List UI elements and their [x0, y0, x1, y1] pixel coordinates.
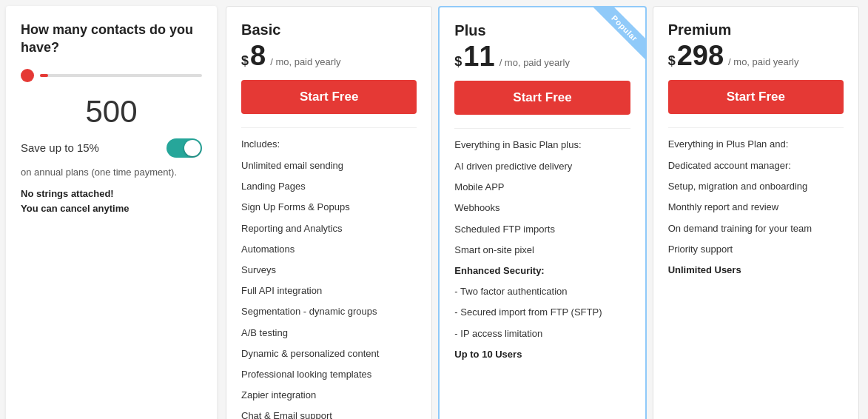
price-amount: 8	[250, 41, 266, 70]
left-panel: How many contacts do you have? 500 Save …	[6, 6, 217, 419]
feature-item: Monthly report and review	[668, 197, 844, 218]
price-amount: 298	[677, 41, 724, 70]
feature-item: Priority support	[668, 239, 844, 260]
feature-list-premium: Dedicated account manager:Setup, migrati…	[668, 155, 844, 281]
feature-item: Reporting and Analytics	[241, 218, 417, 239]
plan-card-basic: Basic $ 8 / mo, paid yearly Start Free I…	[226, 6, 432, 419]
feature-item: Scheduled FTP imports	[454, 219, 630, 240]
price-dollar: $	[454, 54, 462, 70]
feature-item: Zapier integration	[241, 385, 417, 406]
annual-toggle[interactable]	[166, 138, 202, 158]
feature-item: - Two factor authentication	[454, 281, 630, 302]
feature-item: - Secured import from FTP (SFTP)	[454, 302, 630, 323]
feature-item: On demand training for your team	[668, 218, 844, 239]
feature-item: A/B testing	[241, 323, 417, 343]
feature-item: Unlimited Users	[668, 260, 844, 281]
plan-card-plus: Popular Plus $ 11 / mo, paid yearly Star…	[438, 6, 646, 419]
feature-item: Surveys	[241, 260, 417, 281]
feature-item: Unlimited email sending	[241, 155, 417, 176]
no-strings: No strings attached! You can cancel anyt…	[21, 187, 202, 218]
feature-item: Enhanced Security:	[454, 261, 630, 281]
price-amount: 11	[463, 42, 494, 70]
plan-card-premium: Premium $ 298 / mo, paid yearly Start Fr…	[653, 6, 859, 419]
feature-item: Dynamic & personalized content	[241, 343, 417, 364]
price-period: / mo, paid yearly	[270, 56, 340, 67]
start-free-button-basic[interactable]: Start Free	[241, 80, 417, 114]
feature-item: Smart on-site pixel	[454, 240, 630, 261]
feature-item: Setup, migration and onboarding	[668, 176, 844, 197]
divider	[454, 128, 630, 129]
feature-item: Landing Pages	[241, 176, 417, 197]
feature-item: Full API integration	[241, 281, 417, 301]
save-row: Save up to 15%	[21, 138, 202, 158]
price-period: / mo, paid yearly	[499, 57, 570, 68]
feature-item: Sign Up Forms & Popups	[241, 197, 417, 218]
feature-item: Professional looking templates	[241, 364, 417, 385]
plan-name-premium: Premium	[668, 21, 844, 38]
includes-label-plus: Everything in Basic Plan plus:	[454, 139, 630, 150]
divider	[241, 127, 417, 128]
question-text: How many contacts do you have?	[21, 21, 202, 57]
pricing-area: Basic $ 8 / mo, paid yearly Start Free I…	[223, 0, 868, 419]
includes-label-basic: Includes:	[241, 138, 417, 150]
annual-note: on annual plans (one time payment).	[21, 167, 202, 178]
feature-list-plus: AI driven predictive deliveryMobile APPW…	[454, 156, 630, 365]
plan-price-plus: $ 11 / mo, paid yearly	[454, 42, 630, 70]
includes-label-premium: Everything in Plus Plan and:	[668, 138, 844, 150]
feature-item: Dedicated account manager:	[668, 155, 844, 176]
feature-item: AI driven predictive delivery	[454, 156, 630, 177]
feature-item: Segmentation - dynamic groups	[241, 301, 417, 322]
feature-item: Webhooks	[454, 198, 630, 218]
price-dollar: $	[668, 53, 676, 69]
feature-list-basic: Unlimited email sendingLanding PagesSign…	[241, 155, 417, 419]
plan-name-plus: Plus	[454, 22, 630, 39]
divider	[668, 127, 844, 128]
slider-track[interactable]	[40, 74, 202, 77]
price-period: / mo, paid yearly	[728, 56, 798, 67]
feature-item: Automations	[241, 239, 417, 260]
price-dollar: $	[241, 53, 249, 69]
save-label: Save up to 15%	[21, 141, 99, 154]
feature-item: Up to 10 Users	[454, 344, 630, 365]
plan-price-premium: $ 298 / mo, paid yearly	[668, 41, 844, 70]
start-free-button-plus[interactable]: Start Free	[454, 81, 630, 115]
slider-container[interactable]	[21, 66, 202, 85]
page-container: How many contacts do you have? 500 Save …	[0, 0, 868, 419]
feature-item: Chat & Email support	[241, 406, 417, 419]
contact-count: 500	[21, 94, 202, 130]
start-free-button-premium[interactable]: Start Free	[668, 80, 844, 114]
feature-item: Mobile APP	[454, 177, 630, 198]
plan-name-basic: Basic	[241, 21, 417, 38]
feature-item: - IP access limitation	[454, 324, 630, 344]
slider-thumb[interactable]	[21, 69, 34, 82]
plan-price-basic: $ 8 / mo, paid yearly	[241, 41, 417, 70]
